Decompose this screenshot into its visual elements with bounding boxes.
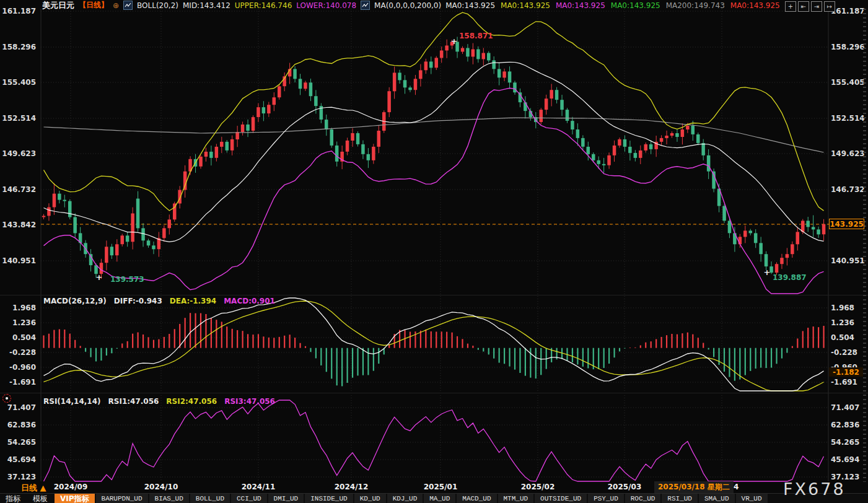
chart-canvas[interactable]: 161.187161.187158.296158.296155.405155.4… bbox=[0, 0, 868, 503]
rsi-title: RSI(14,14,14) bbox=[43, 397, 101, 406]
toolbar-tab-boll_ud[interactable]: BOLL_UD bbox=[190, 494, 230, 503]
svg-text:0.504: 0.504 bbox=[831, 333, 854, 342]
toolbar-tab-bias_ud[interactable]: BIAS_UD bbox=[149, 494, 189, 503]
pan-forward-icon[interactable]: ⇥ bbox=[811, 1, 822, 12]
add-indicator-icon[interactable]: ⊕ bbox=[113, 1, 119, 10]
right-scroll-strip[interactable] bbox=[863, 9, 866, 482]
toolbar-tab-ma_ud[interactable]: MA_UD bbox=[424, 494, 455, 503]
rsi2-value: RSI2:47.056 bbox=[166, 397, 217, 406]
trading-app: 161.187161.187158.296158.296155.405155.4… bbox=[0, 0, 868, 503]
toolbar-tab-mtm_ud[interactable]: MTM_UD bbox=[498, 494, 534, 503]
toolbar-tab-模板[interactable]: 模板 bbox=[27, 494, 53, 503]
toolbar-tab-barupdn_ud[interactable]: BARUPDN_UD bbox=[96, 494, 148, 503]
month-label: 2024/10 bbox=[144, 483, 178, 491]
bottom-toolbar: 指标模板VIP指标BARUPDN_UDBIAS_UDBOLL_UDCCI_UDD… bbox=[0, 493, 868, 503]
toolbar-tab-inside_ud[interactable]: INSIDE_UD bbox=[305, 494, 353, 503]
svg-text:158.296: 158.296 bbox=[2, 43, 36, 51]
toolbar-tab-指标[interactable]: 指标 bbox=[0, 494, 26, 503]
macd-diff-value: DIFF:-0.943 bbox=[114, 297, 162, 305]
toolbar-tab-sma_ud[interactable]: SMA_UD bbox=[699, 494, 735, 503]
svg-text:146.732: 146.732 bbox=[2, 185, 36, 194]
toolbar-tab-roc_ud[interactable]: ROC_UD bbox=[625, 494, 661, 503]
ma-value: MA0:143.925 bbox=[611, 1, 660, 10]
ma-value: MA0:143.925 bbox=[730, 1, 780, 10]
extreme-marker-icon: + bbox=[451, 37, 458, 46]
svg-text:149.623: 149.623 bbox=[2, 149, 36, 158]
svg-text:1.236: 1.236 bbox=[12, 318, 36, 327]
toolbar-tab-cci_ud[interactable]: CCI_UD bbox=[231, 494, 267, 503]
toolbar-tab-outside_ud[interactable]: OUTSIDE_UD bbox=[535, 494, 587, 503]
ma-label: MA(0,0,0,0,200,0) bbox=[374, 1, 441, 10]
toolbar-tab-vr_ud[interactable]: VR_UD bbox=[736, 494, 768, 503]
ma-value: MA200:149.743 bbox=[666, 1, 725, 10]
month-label: 2024/11 bbox=[242, 483, 275, 491]
toolbar-tab-vip指标[interactable]: VIP指标 bbox=[55, 494, 95, 503]
svg-text:1.968: 1.968 bbox=[831, 304, 854, 312]
macd-title: MACD(26,12,9) bbox=[43, 297, 107, 305]
svg-text:155.405: 155.405 bbox=[831, 78, 865, 87]
go-latest-icon[interactable]: ↦ bbox=[824, 1, 835, 12]
price-annotation: 139.887 bbox=[773, 273, 807, 282]
date-axis: 日线 ▲ 2024/092024/102024/112024/122025/01… bbox=[0, 481, 868, 493]
header-toolbar: +⇤⇥↦ bbox=[785, 1, 835, 12]
period-selector[interactable]: 日线 ▲ bbox=[21, 483, 46, 494]
price-annotation: 139.573 bbox=[110, 275, 144, 284]
svg-text:0.504: 0.504 bbox=[12, 333, 36, 342]
toolbar-tab-macd_ud[interactable]: MACD_UD bbox=[457, 494, 496, 503]
price-annotation: 158.871 bbox=[459, 32, 493, 40]
svg-text:37.123: 37.123 bbox=[7, 473, 36, 481]
macd-macd-value: MACD:0.901 bbox=[224, 297, 275, 305]
svg-text:54.265: 54.265 bbox=[831, 438, 859, 447]
rsi3-value: RSI3:47.056 bbox=[224, 397, 275, 406]
svg-text:161.187: 161.187 bbox=[2, 7, 36, 15]
macd-crosshair-label: -1.182 bbox=[829, 367, 863, 377]
macd-panel-header: MACD(26,12,9) DIFF:-0.943 DEA:-1.394 MAC… bbox=[43, 297, 275, 305]
line-chart-icon[interactable] bbox=[123, 1, 133, 10]
svg-text:71.407: 71.407 bbox=[831, 403, 859, 412]
toolbar-tab-rsi_ud[interactable]: RSI_UD bbox=[662, 494, 698, 503]
pan-home-icon[interactable]: ⇤ bbox=[798, 1, 809, 12]
svg-text:45.694: 45.694 bbox=[7, 455, 36, 464]
svg-text:-0.228: -0.228 bbox=[9, 348, 36, 357]
current-price-label: 143.925 bbox=[829, 219, 864, 229]
month-label: 2025/02 bbox=[521, 483, 555, 491]
svg-text:143.842: 143.842 bbox=[2, 221, 36, 229]
chart-header: 美元日元 【日线】 ⊕ BOLL(20,2) MID:143.412 UPPER… bbox=[42, 1, 780, 10]
svg-text:71.407: 71.407 bbox=[7, 403, 36, 412]
month-label: 2024/12 bbox=[335, 483, 368, 491]
svg-text:140.951: 140.951 bbox=[831, 256, 865, 265]
month-label: 2024/09 bbox=[54, 483, 87, 491]
alert-dot-icon[interactable] bbox=[2, 394, 11, 403]
month-label: 2025/01 bbox=[424, 483, 457, 491]
ma-value: MA0:143.925 bbox=[445, 1, 495, 10]
toolbar-tab-kdj_ud[interactable]: KDJ_UD bbox=[387, 494, 423, 503]
svg-text:152.514: 152.514 bbox=[831, 114, 865, 123]
period-tag[interactable]: 【日线】 bbox=[79, 0, 108, 11]
svg-text:-0.228: -0.228 bbox=[831, 348, 857, 357]
toolbar-tab-dmi_ud[interactable]: DMI_UD bbox=[268, 494, 304, 503]
svg-text:161.187: 161.187 bbox=[831, 7, 865, 15]
svg-text:1.968: 1.968 bbox=[12, 304, 36, 312]
ma-values: MA0:143.925MA0:143.925MA0:143.925MA0:143… bbox=[445, 1, 780, 10]
macd-dea-value: DEA:-1.394 bbox=[170, 297, 216, 305]
line-chart-icon[interactable] bbox=[361, 1, 370, 10]
svg-text:45.694: 45.694 bbox=[831, 455, 859, 464]
extreme-marker-icon: + bbox=[764, 268, 771, 277]
toolbar-tab-psy_ud[interactable]: PSY_UD bbox=[588, 494, 624, 503]
svg-text:152.514: 152.514 bbox=[2, 114, 36, 123]
svg-text:62.836: 62.836 bbox=[831, 421, 859, 429]
toolbar-tab-kd_ud[interactable]: KD_UD bbox=[354, 494, 386, 503]
svg-text:-1.691: -1.691 bbox=[9, 378, 36, 387]
svg-text:155.405: 155.405 bbox=[2, 78, 36, 87]
svg-text:62.836: 62.836 bbox=[7, 421, 36, 429]
rsi1-value: RSI1:47.056 bbox=[108, 397, 159, 406]
svg-text:-1.691: -1.691 bbox=[831, 378, 857, 387]
boll-label: BOLL(20,2) bbox=[137, 1, 178, 10]
svg-text:158.296: 158.296 bbox=[831, 43, 865, 51]
svg-text:149.623: 149.623 bbox=[831, 149, 865, 158]
symbol-name: 美元日元 bbox=[42, 0, 74, 11]
move-icon[interactable]: + bbox=[785, 1, 796, 12]
boll-mid-value: MID:143.412 bbox=[183, 1, 230, 10]
ma-value: MA0:143.925 bbox=[501, 1, 550, 10]
watermark: FX678 bbox=[783, 479, 846, 499]
